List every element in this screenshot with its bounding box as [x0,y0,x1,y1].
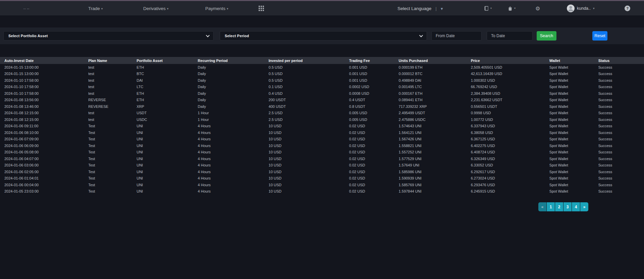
orders-dropdown[interactable]: ▾ [484,6,492,11]
table-cell: 1.000302 USD [470,77,548,84]
table-cell: 2024-01-15 13:00:00 [0,71,87,77]
table-cell: test [87,84,135,90]
table-cell: 6.38058 USD [470,129,548,136]
pagination-page-3[interactable]: 3 [564,202,572,211]
table-cell: 2024-01-10 17:58:00 [0,77,87,84]
table-cell: 1.574643 UNI [397,123,470,130]
table-cell: Spot Wallet [548,90,597,97]
chevron-down-icon [419,33,423,37]
wallet-dropdown[interactable]: ▾ [507,6,516,11]
table-cell: 4 Hours [197,162,267,169]
table-cell: 1 Hour [197,110,267,117]
avatar [567,4,575,12]
table-cell: 10 USD [267,155,348,162]
table-cell: UNI [135,188,196,195]
portfolio-asset-select-label: Select Portfolio Asset [8,34,48,38]
table-cell: Daily [197,103,267,110]
table-cell: 0.02 USD [348,188,397,195]
table-cell: 0.5 USD [267,64,348,71]
table-cell: 2024-01-06 06:09:00 [0,142,87,149]
table-cell: 0.02 USD [348,155,397,162]
nav-menu-derivatives[interactable]: Derivatives▾ [143,6,168,11]
table-cell: 0.4 USD [267,90,348,97]
table-cell: LTC [135,84,196,90]
chevron-down-icon: ▾ [514,7,516,10]
table-cell: 6.245915 USD [470,188,548,195]
table-cell: UNI [135,175,196,182]
table-cell: 2024-01-06 05:08:00 [0,149,87,156]
table-cell: 1.597844 UNI [397,188,470,195]
table-cell: 6.367125 USD [470,136,548,143]
table-cell: 2024-01-06 00:04:00 [0,182,87,188]
pagination-page-4[interactable]: 4 [572,202,580,211]
table-cell: Success [597,129,644,136]
bag-icon [507,6,513,11]
pagination-page-1[interactable]: 1 [547,202,555,211]
column-header: Recurring Period [197,57,267,64]
nav-menu-payments[interactable]: Payments▾ [205,6,228,11]
table-cell: 10 USD [267,182,348,188]
table-cell: 2024-01-06 09:11:00 [0,123,87,130]
table-row: 2024-01-08 12:15:00testUSDC1 Hour2.5 USD… [0,116,644,123]
table-cell: Success [597,175,644,182]
table-row: 2024-01-15 13:00:00testBTCDaily0.5 USD0.… [0,71,644,77]
help-icon[interactable]: ? [625,5,630,11]
table-cell: 4 Hours [197,136,267,143]
table-cell: 66.769242 USD [470,84,548,90]
chevron-down-icon: ▾ [490,7,492,10]
table-cell: 0.001495 LTC [397,84,470,90]
settings-gear-icon[interactable]: ⚙ [535,5,540,11]
table-row: 2024-01-10 17:58:00testDAIDaily0.5 USD0.… [0,77,644,84]
table-cell: 6.402275 USD [470,142,548,149]
table-cell: Spot Wallet [548,136,597,143]
table-cell: 4 Hours [197,149,267,156]
pagination-page-2[interactable]: 2 [555,202,563,211]
table-cell: 717.339232 XRP [397,103,470,110]
table-cell: 200 USDT [267,97,348,103]
table-cell: 0.5 USD [267,71,348,77]
table-cell: ETH [135,64,196,71]
table-cell: 0.001 USD [348,71,397,77]
table-cell: Daily [197,97,267,103]
table-cell: 0.000167 ETH [397,90,470,97]
apps-grid-icon[interactable] [259,6,264,11]
language-dropdown-icon: ▼ [440,6,444,10]
table-cell: 2024-01-06 04:07:00 [0,155,87,162]
table-cell: test [87,64,135,71]
table-cell: 2024-01-06 07:09:00 [0,136,87,143]
table-cell: 2024-01-15 13:00:00 [0,64,87,71]
table-cell: XRP [135,103,196,110]
table-cell: UNI [135,168,196,175]
nav-menu-trade[interactable]: Trade▾ [88,6,103,11]
table-cell: 2.5 USD [267,110,348,117]
pagination-prev-button[interactable]: « [538,202,546,211]
table-row: 2024-01-05 23:03:00TestUNI4 Hours10 USD0… [0,188,644,195]
table-cell: REVERESE [87,103,135,110]
table-cell: test [87,71,135,77]
table-row: 2024-01-08 12:15:00testUSDT1 Hour2.5 USD… [0,110,644,117]
portfolio-asset-select[interactable]: Select Portfolio Asset [3,31,214,41]
search-button[interactable]: Search [537,31,556,41]
table-cell: Test [87,123,135,130]
table-cell: UNI [135,142,196,149]
pagination-next-button[interactable]: » [580,202,588,211]
table-cell: 42,613.16439 USD [470,71,548,77]
language-selector[interactable]: Select Language|▼ [397,6,444,11]
table-cell: 1.567426 UNI [397,136,470,143]
table-cell: 0.001 USD [348,77,397,84]
table-cell: Success [597,168,644,175]
period-select[interactable]: Select Period [220,31,427,41]
table-cell: 4 Hours [197,182,267,188]
table-cell: 1 Hour [197,116,267,123]
reset-button[interactable]: Reset [592,31,607,41]
table-cell: Spot Wallet [548,129,597,136]
to-date-input[interactable] [487,31,533,41]
table-cell: 2024-01-06 08:10:00 [0,129,87,136]
table-cell: Success [597,182,644,188]
from-date-input[interactable] [431,31,482,41]
table-cell: 2024-01-08 12:15:00 [0,116,87,123]
table-cell: Daily [197,77,267,84]
table-cell: 2024-01-06 02:05:00 [0,168,87,175]
table-cell: Success [597,116,644,123]
user-menu[interactable]: kunda.. ▾ [567,4,595,12]
